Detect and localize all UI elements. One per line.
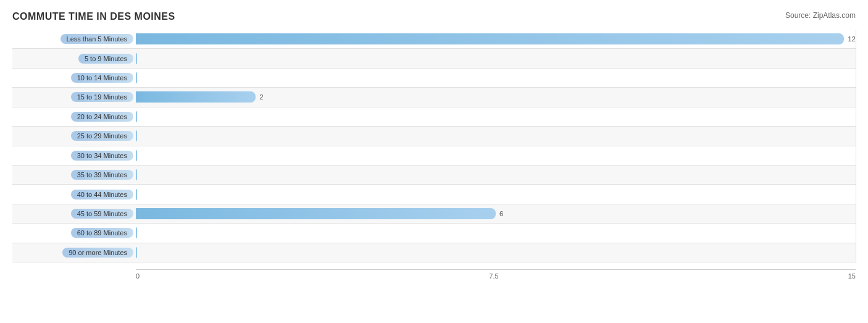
x-axis: 07.515	[136, 269, 856, 280]
bar-row: 90 or more Minutes	[12, 243, 856, 262]
chart-title: COMMUTE TIME IN DES MOINES	[12, 11, 856, 22]
bar-label-pill: 25 to 29 Minutes	[71, 131, 133, 141]
bar-row: 10 to 14 Minutes	[12, 69, 856, 88]
bar-row: 30 to 34 Minutes	[12, 146, 856, 166]
bar-track	[136, 185, 856, 203]
bar-track: 6	[136, 204, 856, 223]
bar-label-pill: 20 to 24 Minutes	[71, 112, 133, 122]
bar-label-pill: 35 to 39 Minutes	[71, 170, 133, 180]
bar-row: Less than 5 Minutes12	[12, 30, 856, 49]
x-axis-label: 15	[848, 272, 856, 280]
bar-fill	[136, 227, 137, 238]
bar-label-pill: Less than 5 Minutes	[61, 34, 133, 44]
bar-row: 5 to 9 Minutes	[12, 49, 856, 68]
bar-label: 10 to 14 Minutes	[12, 73, 136, 83]
bar-track	[136, 49, 856, 67]
bar-label-pill: 90 or more Minutes	[62, 248, 133, 258]
bar-label: 30 to 34 Minutes	[12, 151, 136, 161]
bar-fill	[136, 111, 137, 122]
bars-section: Less than 5 Minutes125 to 9 Minutes10 to…	[12, 30, 856, 262]
bar-fill	[136, 130, 137, 141]
bar-row: 45 to 59 Minutes6	[12, 204, 856, 224]
bar-label-pill: 15 to 19 Minutes	[71, 92, 133, 102]
bar-track	[136, 146, 856, 165]
bar-fill	[136, 33, 844, 44]
x-axis-label: 7.5	[489, 272, 498, 280]
bar-track	[136, 127, 856, 145]
x-axis-label: 0	[136, 272, 140, 280]
bar-label-pill: 30 to 34 Minutes	[71, 151, 133, 161]
bar-value: 2	[259, 93, 263, 101]
bar-fill	[136, 72, 137, 83]
bar-label-pill: 40 to 44 Minutes	[71, 190, 133, 199]
bar-track: 12	[136, 30, 856, 48]
bar-row: 35 to 39 Minutes	[12, 166, 856, 185]
bar-row: 20 to 24 Minutes	[12, 107, 856, 127]
bar-fill	[136, 91, 256, 103]
bar-row: 15 to 19 Minutes2	[12, 88, 856, 107]
bar-label: Less than 5 Minutes	[12, 34, 136, 44]
chart-area: Less than 5 Minutes125 to 9 Minutes10 to…	[12, 30, 856, 280]
bar-row: 60 to 89 Minutes	[12, 224, 856, 243]
bar-fill	[136, 53, 137, 64]
bar-label: 45 to 59 Minutes	[12, 209, 136, 219]
bar-label: 35 to 39 Minutes	[12, 170, 136, 180]
bar-fill	[136, 208, 496, 219]
source-text: Source: ZipAtlas.com	[785, 11, 856, 20]
bar-fill	[136, 189, 137, 200]
bar-label: 25 to 29 Minutes	[12, 131, 136, 141]
bar-track	[136, 107, 856, 126]
bar-value: 12	[848, 35, 856, 43]
bar-value: 6	[499, 210, 503, 217]
bar-track	[136, 243, 856, 262]
bar-label-pill: 45 to 59 Minutes	[71, 209, 133, 219]
bar-label: 90 or more Minutes	[12, 248, 136, 258]
bar-label-pill: 10 to 14 Minutes	[71, 73, 133, 83]
bar-label: 60 to 89 Minutes	[12, 228, 136, 238]
bar-track	[136, 69, 856, 87]
bar-label-pill: 60 to 89 Minutes	[71, 228, 133, 238]
bar-fill	[136, 247, 137, 258]
bar-label: 5 to 9 Minutes	[12, 54, 136, 64]
bar-label: 15 to 19 Minutes	[12, 92, 136, 102]
bar-fill	[136, 150, 137, 161]
bar-track: 2	[136, 88, 856, 106]
bar-row: 40 to 44 Minutes	[12, 185, 856, 204]
bar-track	[136, 166, 856, 184]
bar-label: 20 to 24 Minutes	[12, 112, 136, 122]
bar-label-pill: 5 to 9 Minutes	[78, 54, 133, 64]
bar-label: 40 to 44 Minutes	[12, 190, 136, 199]
bar-row: 25 to 29 Minutes	[12, 127, 856, 146]
grid-line-max	[856, 30, 856, 262]
bar-track	[136, 224, 856, 242]
bar-fill	[136, 169, 137, 180]
chart-container: COMMUTE TIME IN DES MOINES Source: ZipAt…	[0, 0, 868, 323]
